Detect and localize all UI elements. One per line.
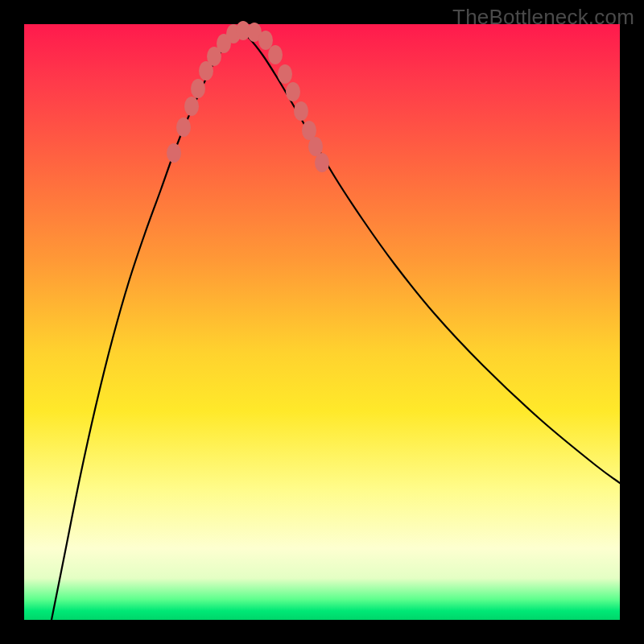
data-marker — [268, 45, 283, 64]
data-marker — [167, 143, 181, 163]
data-marker — [315, 153, 329, 172]
data-marker — [199, 61, 213, 80]
data-marker — [302, 121, 316, 140]
data-marker — [236, 21, 250, 40]
data-marker — [191, 79, 205, 98]
data-marker — [226, 24, 241, 43]
data-marker — [278, 64, 292, 84]
watermark-text: TheBottleneck.com — [452, 5, 634, 30]
data-marker — [247, 23, 262, 42]
markers-layer — [24, 24, 620, 620]
data-marker — [294, 101, 308, 121]
data-marker — [286, 82, 300, 101]
plot-area — [24, 24, 620, 620]
data-marker — [184, 97, 199, 116]
data-marker — [258, 31, 273, 50]
curve-layer — [24, 24, 620, 620]
data-marker — [308, 137, 323, 156]
chart-frame: TheBottleneck.com — [0, 0, 644, 644]
data-marker — [207, 47, 221, 66]
data-marker — [217, 34, 231, 53]
bottleneck-curve — [52, 31, 620, 620]
data-marker — [176, 118, 191, 137]
